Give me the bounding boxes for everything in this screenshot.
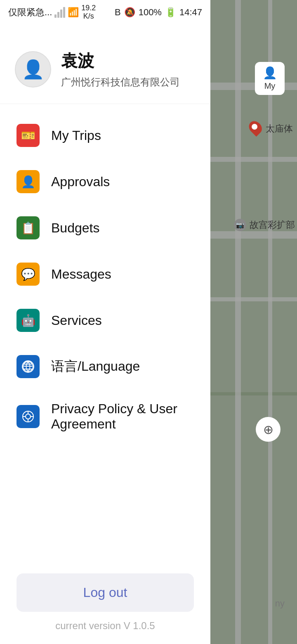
menu-item-services[interactable]: 🤖 Services: [0, 297, 210, 343]
user-name: 袁波: [61, 50, 180, 72]
status-bar: 仅限紧急... 📶 19.2K/s B 🔕 100% 🔋 14:47: [0, 0, 210, 25]
user-profile-section: 👤 袁波 广州悦行科技信息有限公司: [0, 25, 210, 104]
location-icon: ⊕: [263, 422, 273, 437]
wifi-icon: 📶: [68, 7, 79, 18]
avatar: 👤: [15, 51, 51, 88]
version-text: current version V 1.0.5: [55, 620, 155, 632]
logout-button[interactable]: Log out: [16, 573, 194, 612]
battery-text: 100%: [139, 7, 162, 18]
privacy-label: Privacy Policy & User Agreement: [51, 401, 194, 432]
map-overlay: [202, 0, 297, 644]
menu-item-messages[interactable]: 💬 Messages: [0, 251, 210, 297]
battery-icon: 🔋: [165, 7, 176, 18]
map-label-taemiao: 太庙体: [251, 122, 293, 136]
services-label: Services: [51, 313, 102, 328]
menu-item-budgets[interactable]: 📋 Budgets: [0, 205, 210, 251]
user-info: 袁波 广州悦行科技信息有限公司: [61, 50, 180, 89]
map-label-palace: 📷 故宫彩扩部: [234, 219, 295, 231]
user-company: 广州悦行科技信息有限公司: [61, 76, 180, 89]
emergency-text: 仅限紧急...: [8, 6, 52, 19]
signal-icon: [54, 7, 65, 18]
messages-icon: 💬: [16, 263, 40, 286]
status-right: B 🔕 100% 🔋 14:47: [115, 7, 202, 18]
mute-icon: 🔕: [124, 7, 135, 18]
approvals-label: Approvals: [51, 174, 110, 189]
menu-item-trips[interactable]: 🎫 My Trips: [0, 112, 210, 159]
budgets-label: Budgets: [51, 220, 99, 236]
svg-point-1: [26, 414, 31, 419]
trips-label: My Trips: [51, 128, 101, 143]
map-location-button[interactable]: ⊕: [256, 417, 280, 442]
messages-label: Messages: [51, 267, 111, 282]
side-drawer: 仅限紧急... 📶 19.2K/s B 🔕 100% 🔋 14:47 👤 袁波 …: [0, 0, 210, 644]
avatar-icon: 👤: [22, 59, 45, 80]
approvals-icon: 👤: [16, 170, 40, 193]
speed-text: 19.2K/s: [81, 4, 96, 21]
services-icon: 🤖: [16, 309, 40, 332]
privacy-icon: [16, 405, 40, 428]
map-my-button[interactable]: 👤 My: [255, 62, 285, 95]
trips-icon: 🎫: [16, 124, 40, 147]
map-label-ny: ny: [275, 598, 285, 609]
menu-item-language[interactable]: 语言/Language: [0, 343, 210, 390]
budgets-icon: 📋: [16, 216, 40, 239]
menu-item-approvals[interactable]: 👤 Approvals: [0, 159, 210, 205]
menu-list: 🎫 My Trips 👤 Approvals 📋 Budgets 💬 Messa…: [0, 112, 210, 561]
status-left: 仅限紧急... 📶 19.2K/s: [8, 4, 96, 21]
menu-item-privacy[interactable]: Privacy Policy & User Agreement: [0, 390, 210, 443]
bluetooth-icon: B: [115, 7, 121, 18]
language-icon: [16, 355, 40, 378]
bottom-section: Log out current version V 1.0.5: [0, 561, 210, 644]
time-text: 14:47: [179, 7, 202, 18]
language-label: 语言/Language: [51, 358, 140, 376]
